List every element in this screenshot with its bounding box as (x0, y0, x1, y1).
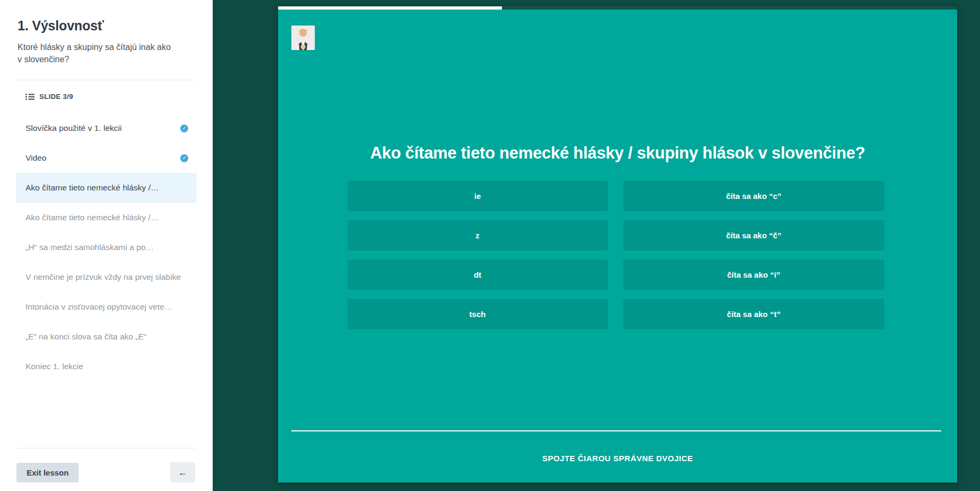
slide-item-label: „H“ sa medzi samohláskami a po… (26, 243, 188, 252)
definition-tile-2[interactable]: číta sa ako “č” (623, 220, 884, 251)
sidebar-item-slide-7[interactable]: Intonácia v zisťovacej opytovacej vete… (16, 292, 197, 322)
slide-counter: SLIDE 3/9 (26, 93, 196, 101)
slide-item-label: Ako čítame tieto nemecké hlásky /… (26, 183, 188, 193)
definition-tile-3[interactable]: číta sa ako “í” (623, 260, 884, 290)
definition-tile-4[interactable]: číta sa ako “t” (623, 299, 884, 329)
instruction-label: SPOJTE ČIAROU SPRÁVNE DVOJICE (278, 454, 957, 463)
term-tile-4[interactable]: tsch (347, 299, 608, 329)
sidebar-item-slide-2[interactable]: Video✓ (16, 143, 197, 173)
sidebar-item-slide-9[interactable]: Koniec 1. lekcie (16, 352, 197, 381)
arrow-left-icon: ← (178, 467, 188, 478)
person-icon (291, 26, 315, 50)
matching-pairs-grid: iečíta sa ako “c”zčíta sa ako “č”dtčíta … (347, 181, 884, 329)
sidebar-item-slide-1[interactable]: Slovíčka použité v 1. lekcii✓ (16, 113, 197, 143)
slide-item-label: Koniec 1. lekcie (26, 362, 188, 371)
question-title: Ako čítame tieto nemecké hlásky / skupin… (278, 144, 957, 163)
sidebar-item-slide-5[interactable]: „H“ sa medzi samohláskami a po… (16, 232, 197, 262)
slide-item-label: V nemčine je prízvuk vždy na prvej slabi… (26, 272, 188, 282)
term-tile-1[interactable]: ie (347, 181, 608, 211)
lesson-title: 1. Výslovnosť (18, 18, 196, 34)
completed-check-icon: ✓ (180, 154, 188, 162)
exit-lesson-button[interactable]: Exit lesson (16, 463, 79, 482)
slide-list: Slovíčka použité v 1. lekcii✓Video✓Ako č… (0, 113, 213, 381)
lesson-sidebar: 1. Výslovnosť Ktoré hlásky a skupiny sa … (0, 0, 213, 491)
lesson-subtitle: Ktoré hlásky a skupiny sa čítajú inak ak… (18, 41, 175, 65)
term-tile-3[interactable]: dt (347, 260, 608, 290)
sidebar-item-slide-6[interactable]: V nemčine je prízvuk vždy na prvej slabi… (16, 262, 197, 292)
slide-item-label: „E“ na konci slova sa číta ako „E“ (26, 332, 188, 342)
sidebar-item-slide-3[interactable]: Ako čítame tieto nemecké hlásky /… (16, 173, 197, 203)
sidebar-divider-bottom (16, 448, 196, 448)
sidebar-item-slide-8[interactable]: „E“ na konci slova sa číta ako „E“ (16, 322, 197, 352)
slide-stage: Ako čítame tieto nemecké hlásky / skupin… (213, 0, 980, 491)
card-divider (291, 430, 941, 431)
definition-tile-1[interactable]: číta sa ako “c” (623, 181, 884, 211)
sidebar-footer: Exit lesson ← (0, 434, 213, 491)
slide-item-label: Intonácia v zisťovacej opytovacej vete… (26, 302, 188, 312)
previous-slide-button[interactable]: ← (170, 462, 195, 482)
sidebar-divider-top (16, 80, 196, 80)
list-icon (26, 93, 35, 101)
progress-bar (278, 6, 957, 10)
completed-check-icon: ✓ (180, 124, 188, 132)
slide-card: Ako čítame tieto nemecké hlásky / skupin… (278, 6, 957, 482)
slide-item-label: Video (26, 153, 180, 163)
slide-item-label: Ako čítame tieto nemecké hlásky /… (26, 213, 188, 222)
slide-item-label: Slovíčka použité v 1. lekcii (26, 123, 180, 133)
presenter-avatar (291, 26, 315, 50)
lesson-player: 1. Výslovnosť Ktoré hlásky a skupiny sa … (0, 0, 980, 491)
slide-counter-label: SLIDE 3/9 (39, 93, 73, 101)
term-tile-2[interactable]: z (347, 220, 608, 251)
progress-fill (278, 6, 502, 10)
sidebar-item-slide-4[interactable]: Ako čítame tieto nemecké hlásky /… (16, 203, 197, 232)
